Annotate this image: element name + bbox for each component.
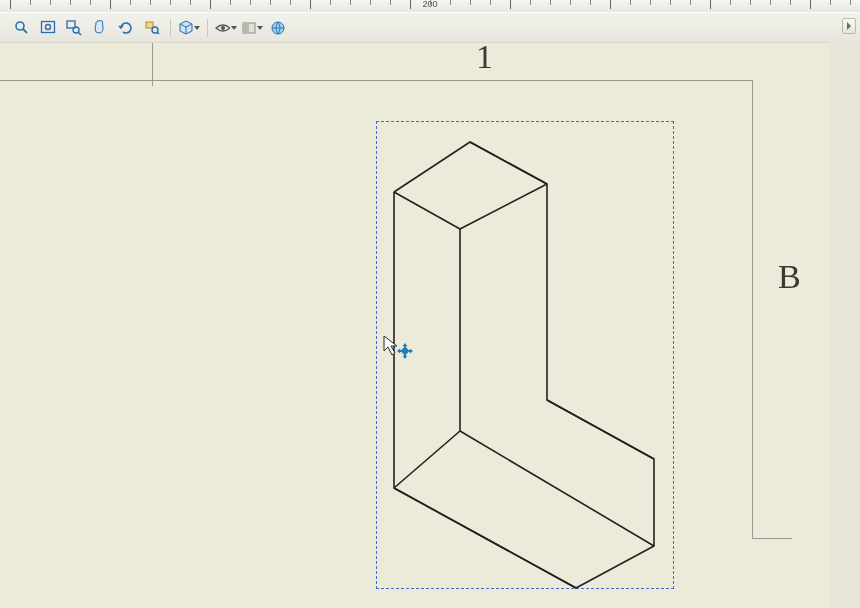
svg-line-9 <box>157 32 159 34</box>
pan-icon[interactable] <box>88 16 112 40</box>
collapse-panel-button[interactable] <box>842 18 856 34</box>
svg-rect-12 <box>243 23 249 33</box>
view-toolbar <box>0 12 860 44</box>
svg-line-1 <box>23 29 27 33</box>
svg-rect-2 <box>42 22 55 33</box>
svg-rect-7 <box>146 22 153 28</box>
visibility-icon[interactable] <box>214 16 238 40</box>
right-gutter <box>829 42 860 608</box>
svg-point-3 <box>46 25 51 30</box>
zoom-icon[interactable] <box>62 16 86 40</box>
zoom-fit-icon[interactable] <box>36 16 60 40</box>
isometric-view[interactable] <box>0 42 830 608</box>
toolbar-separator <box>170 19 171 37</box>
render-mode-icon[interactable] <box>240 16 264 40</box>
svg-rect-4 <box>67 21 75 28</box>
svg-line-6 <box>78 32 81 35</box>
svg-point-0 <box>16 22 24 30</box>
view-cube-icon[interactable] <box>177 16 201 40</box>
zoom-area-icon[interactable] <box>10 16 34 40</box>
rotate-view-icon[interactable] <box>114 16 138 40</box>
box-zoom-icon[interactable] <box>140 16 164 40</box>
drawing-canvas[interactable]: 1 B <box>0 42 830 608</box>
svg-point-10 <box>221 26 225 30</box>
toolbar-separator <box>207 19 208 37</box>
globe-icon[interactable] <box>266 16 290 40</box>
